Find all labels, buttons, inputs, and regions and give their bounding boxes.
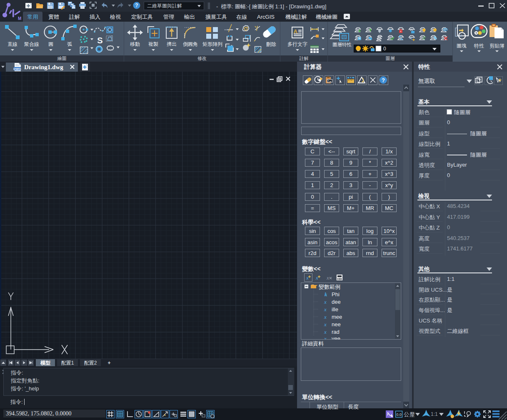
svg-text:S: S — [97, 36, 102, 45]
svg-text:0.0: 0.0 — [396, 412, 402, 417]
svg-text:x: x — [324, 321, 327, 328]
svg-text:x: x — [324, 306, 327, 312]
svg-text:A: A — [294, 28, 298, 35]
svg-text:公釐: 公釐 — [404, 411, 415, 418]
svg-text:x: x — [306, 275, 309, 281]
svg-text:x: x — [324, 314, 327, 320]
svg-text:x: x — [324, 335, 327, 339]
svg-text:x: x — [324, 299, 327, 305]
svg-text:ille: ille — [332, 306, 338, 312]
svg-text:rad: rad — [332, 329, 340, 335]
svg-text:x: x — [315, 275, 318, 281]
svg-text:dee: dee — [332, 299, 341, 305]
svg-text:k: k — [325, 291, 327, 298]
svg-text:1:1: 1:1 — [431, 411, 438, 417]
svg-text:變數範例: 變數範例 — [319, 284, 340, 290]
svg-text:DWG: DWG — [13, 67, 21, 71]
svg-text:vee: vee — [332, 335, 340, 339]
svg-text:0: 0 — [383, 46, 386, 52]
svg-text:mee: mee — [332, 314, 342, 320]
svg-text:x: x — [326, 275, 329, 281]
svg-text:x: x — [324, 329, 327, 335]
svg-text:nee: nee — [332, 321, 341, 328]
svg-text:Phi: Phi — [332, 291, 340, 298]
svg-text:M: M — [18, 16, 21, 21]
svg-text:?: ? — [382, 77, 385, 83]
